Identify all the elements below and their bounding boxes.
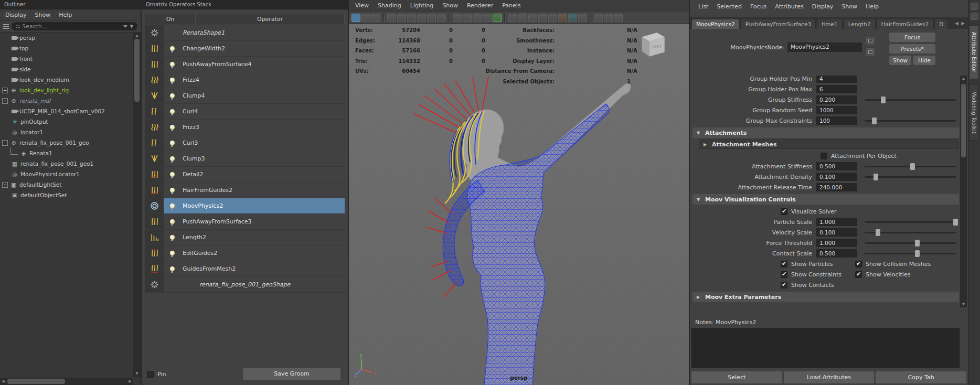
menu-display[interactable]: Display xyxy=(5,12,27,18)
outliner-item-locator1[interactable]: ◎locator1 xyxy=(0,127,133,137)
viewport-canvas[interactable]: Verts:5720400 Edges:11436800 Faces:57166… xyxy=(349,24,689,385)
outliner-item-renata-mdl[interactable]: +⊕renata_mdl xyxy=(0,95,133,106)
expand-toggle-icon[interactable]: + xyxy=(2,182,8,188)
enabled-bulb-icon[interactable] xyxy=(170,172,175,177)
stack-row-curl3[interactable]: Curl3 xyxy=(145,135,345,151)
velocity-scale-input[interactable]: 0.100 xyxy=(816,228,857,237)
grease-pencil-icon[interactable] xyxy=(407,14,416,22)
image-plane-icon[interactable] xyxy=(387,14,396,22)
group-stiffness-input[interactable]: 0.200 xyxy=(816,95,857,104)
tab-scroll-left-icon[interactable]: ◀ xyxy=(954,20,960,27)
enabled-bulb-icon[interactable] xyxy=(170,251,175,255)
particle-scale-input[interactable]: 1.000 xyxy=(816,218,857,226)
outliner-item-pinoutput[interactable]: ✳pinOutput xyxy=(0,116,133,127)
enabled-bulb-icon[interactable] xyxy=(170,78,175,82)
outliner-item-look-dev-medium[interactable]: look_dev_medium xyxy=(0,74,133,85)
outliner-item-defaultobjectset[interactable]: ▣defaultObjectSet xyxy=(0,190,133,200)
force-threshold-slider[interactable] xyxy=(865,239,956,247)
scrollbar-thumb[interactable] xyxy=(7,379,65,384)
search-input[interactable]: Search... ▼ xyxy=(12,22,137,30)
field-chart-icon[interactable] xyxy=(463,14,472,22)
stack-row-renatashape1[interactable]: RenataShape1 xyxy=(145,25,345,41)
menu-panels[interactable]: Panels xyxy=(502,2,520,9)
group-holder-pos-max-input[interactable]: 6 xyxy=(816,85,857,93)
tab-pushawayfromsurface3[interactable]: PushAwayFromSurface3 xyxy=(741,19,816,29)
stack-row-guidesfrommesh2[interactable]: GuidesFromMesh2 xyxy=(145,261,345,277)
menu-show[interactable]: Show xyxy=(841,3,857,14)
tab-truncated[interactable]: D xyxy=(934,19,948,29)
multisample-icon[interactable] xyxy=(578,14,587,22)
scroll-right-icon[interactable]: ▶ xyxy=(128,379,132,383)
presets-button[interactable]: Presets* xyxy=(889,44,935,54)
show-particles-checkbox[interactable] xyxy=(781,261,787,268)
outliner-item-front[interactable]: front xyxy=(0,54,133,64)
stack-row-editguides2[interactable]: EditGuides2 xyxy=(145,245,345,261)
sidebar-tab-attribute-editor[interactable]: Attribute Editor xyxy=(969,25,979,79)
load-attributes-button[interactable]: Load Attributes xyxy=(784,371,875,383)
force-threshold-input[interactable]: 1.000 xyxy=(816,239,857,247)
stack-row-frizz4[interactable]: Frizz4 xyxy=(145,72,345,88)
section-moov-extra-parameters[interactable]: Moov Extra Parameters xyxy=(693,292,959,302)
visualize-solver-checkbox[interactable] xyxy=(781,208,787,215)
outliner-item-defaultlightset[interactable]: +▣defaultLightSet xyxy=(0,179,133,190)
scroll-left-icon[interactable]: ◀ xyxy=(1,379,5,383)
screen-space-ao-icon[interactable] xyxy=(558,14,567,22)
menu-attributes[interactable]: Attributes xyxy=(775,3,803,14)
sidebar-tab-modeling-toolkit[interactable]: Modeling Toolkit xyxy=(969,84,979,141)
safe-action-icon[interactable] xyxy=(473,14,482,22)
outliner-item-renata-fix-pose-geo1[interactable]: ▦renata_fix_pose_001_geo1 xyxy=(0,158,133,169)
menu-lighting[interactable]: Lighting xyxy=(410,2,433,9)
camera-lock-icon[interactable] xyxy=(361,14,370,22)
enabled-bulb-icon[interactable] xyxy=(170,93,175,98)
attachment-stiffness-input[interactable]: 0.500 xyxy=(816,162,857,170)
notes-textarea[interactable] xyxy=(691,328,960,368)
2d-pan-zoom-icon[interactable] xyxy=(397,14,406,22)
attachment-density-input[interactable]: 0.100 xyxy=(816,173,857,181)
menu-view[interactable]: View xyxy=(355,2,369,9)
section-moov-visualization-controls[interactable]: Moov Visualization Controls xyxy=(693,194,959,205)
use-all-lights-icon[interactable] xyxy=(538,14,547,22)
scroll-down-icon[interactable]: ▼ xyxy=(133,371,141,376)
pin-node-icon[interactable] xyxy=(866,37,875,45)
focus-button[interactable]: Focus xyxy=(889,33,935,42)
tab-hairfromguides2[interactable]: HairFromGuides2 xyxy=(877,19,934,29)
attachment-per-object-checkbox[interactable] xyxy=(821,153,827,159)
show-velocities-checkbox[interactable] xyxy=(855,271,862,278)
sidebar-gear-icon[interactable] xyxy=(971,3,978,10)
group-holder-pos-min-input[interactable]: 4 xyxy=(816,76,857,83)
menu-help[interactable]: Help xyxy=(59,12,72,18)
xray-icon[interactable] xyxy=(604,14,613,22)
attachment-release-time-input[interactable]: 240.000 xyxy=(816,183,857,191)
stack-row-clump3[interactable]: Clump3 xyxy=(145,151,345,167)
menu-renderer[interactable]: Renderer xyxy=(467,2,493,9)
bookmark-icon[interactable] xyxy=(371,14,380,22)
tab-time1[interactable]: time1 xyxy=(817,19,842,29)
menu-show[interactable]: Show xyxy=(442,2,458,9)
stack-row-pushawayfromsurface4[interactable]: PushAwayFromSurface4 xyxy=(145,57,345,72)
save-groom-button[interactable]: Save Groom xyxy=(243,368,340,380)
outliner-horizontal-scrollbar[interactable]: ◀▶ xyxy=(0,378,133,385)
enabled-bulb-icon[interactable] xyxy=(170,141,175,145)
menu-display[interactable]: Display xyxy=(812,3,834,14)
show-contacts-checkbox[interactable] xyxy=(781,282,787,288)
selection-highlight-icon[interactable] xyxy=(351,14,360,22)
menu-show[interactable]: Show xyxy=(35,12,51,18)
stack-row-hairfromguides2[interactable]: HairFromGuides2 xyxy=(145,183,345,198)
stack-row-changewidth2[interactable]: ChangeWidth2 xyxy=(145,41,345,57)
stack-row-curl4[interactable]: Curl4 xyxy=(145,104,345,120)
expand-toggle-icon[interactable]: + xyxy=(2,98,8,104)
show-button[interactable]: Show xyxy=(889,56,911,65)
enabled-bulb-icon[interactable] xyxy=(170,235,175,240)
section-attachment-meshes[interactable]: Attachment Meshes xyxy=(699,140,959,149)
stack-row-frizz3[interactable]: Frizz3 xyxy=(145,120,345,135)
enabled-bulb-icon[interactable] xyxy=(170,266,175,271)
expand-toggle-icon[interactable]: + xyxy=(2,88,8,93)
outliner-item-shotcam[interactable]: UCDP_MIR_014_shotCam_v002 xyxy=(0,106,133,116)
resolution-gate-icon[interactable] xyxy=(437,14,446,22)
show-constraints-checkbox[interactable] xyxy=(781,271,787,278)
scroll-up-icon[interactable]: ▲ xyxy=(960,77,967,81)
motion-blur-icon[interactable] xyxy=(568,14,577,22)
enabled-bulb-icon[interactable] xyxy=(170,46,175,51)
shaded-mode-icon[interactable] xyxy=(518,14,527,22)
grid-icon[interactable] xyxy=(417,14,426,22)
